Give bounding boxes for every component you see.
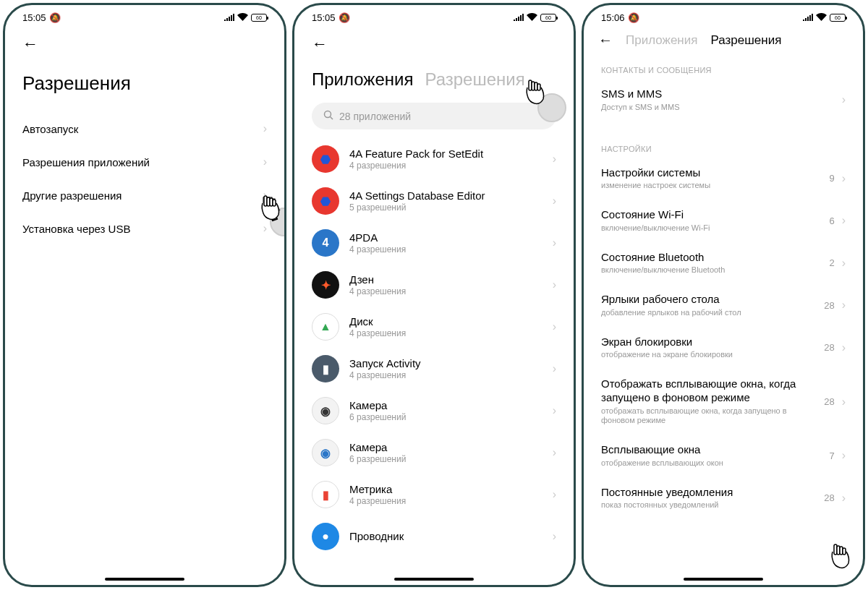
home-indicator[interactable] <box>684 578 763 581</box>
app-icon: ✦ <box>312 271 339 299</box>
app-name: Запуск Activity <box>349 357 542 369</box>
chevron-right-icon: › <box>553 236 556 249</box>
perm-row[interactable]: Экран блокировки отображение на экране б… <box>584 327 863 369</box>
chevron-right-icon: › <box>553 153 556 166</box>
app-name: Дзен <box>349 273 542 286</box>
perm-sub: включение/выключение Bluetooth <box>601 265 822 275</box>
app-sub: 4 разрешения <box>349 370 542 380</box>
app-sub: 4 разрешения <box>349 286 542 296</box>
perm-title: Ярлыки рабочего стола <box>601 293 817 307</box>
tab-permissions[interactable]: Разрешения <box>425 69 524 90</box>
tab-apps[interactable]: Приложения <box>312 69 413 90</box>
chevron-right-icon: › <box>842 214 846 227</box>
app-name: Проводник <box>349 530 542 542</box>
back-button[interactable]: ← <box>598 32 613 48</box>
content[interactable]: КОНТАКТЫ И СООБЩЕНИЯ SMS и MMS Доступ к … <box>584 56 863 585</box>
perm-title: Состояние Wi-Fi <box>601 208 822 222</box>
perm-title: Настройки системы <box>601 166 822 180</box>
dnd-icon: 🔕 <box>339 12 350 23</box>
chevron-right-icon: › <box>263 122 267 135</box>
statusbar: 15:05 🔕 60 <box>294 5 574 26</box>
chevron-right-icon: › <box>842 341 846 354</box>
battery-icon: 60 <box>251 14 267 22</box>
chevron-right-icon: › <box>553 362 556 375</box>
tabs: Приложения Разрешения <box>294 59 574 97</box>
app-row[interactable]: ⬣ 4A Settings Database Editor 5 разрешен… <box>294 180 574 222</box>
back-button[interactable]: ← <box>20 32 41 56</box>
chevron-right-icon: › <box>553 278 556 291</box>
perm-title: SMS и MMS <box>601 87 835 101</box>
tab-permissions[interactable]: Разрешения <box>710 33 781 48</box>
app-row[interactable]: ▲ Диск 4 разрешения › <box>294 306 574 348</box>
app-row[interactable]: ▮ Метрика 4 разрешения › <box>294 474 574 516</box>
app-icon: ◉ <box>312 397 339 424</box>
chevron-right-icon: › <box>553 194 556 208</box>
app-row[interactable]: ◉ Камера 6 разрешений › <box>294 390 574 432</box>
app-row[interactable]: ⬣ 4A Feature Pack for SetEdit 4 разрешен… <box>294 138 574 180</box>
content: Автозапуск › Разрешения приложений › Дру… <box>5 112 284 585</box>
wifi-icon <box>816 12 827 23</box>
row-app-permissions[interactable]: Разрешения приложений › <box>5 145 284 179</box>
row-autostart[interactable]: Автозапуск › <box>5 112 284 145</box>
signal-icon <box>514 12 524 23</box>
phone-screen-1: 15:05 🔕 60 ← Разрешения Автозапуск › Раз… <box>3 3 286 587</box>
back-button[interactable]: ← <box>309 32 331 56</box>
statusbar: 15:06 🔕 60 <box>584 5 863 26</box>
chevron-right-icon: › <box>553 446 556 459</box>
perm-count: 28 <box>824 342 834 353</box>
perm-row[interactable]: Состояние Bluetooth включение/выключение… <box>584 242 863 285</box>
perm-row[interactable]: Ярлыки рабочего стола добавление ярлыков… <box>584 284 863 327</box>
chevron-right-icon: › <box>842 449 846 462</box>
perm-count: 28 <box>824 396 834 407</box>
app-name: Камера <box>349 399 542 411</box>
app-icon: ⬣ <box>312 187 339 215</box>
chevron-right-icon: › <box>842 396 846 409</box>
perm-row[interactable]: Постоянные уведомления показ постоянных … <box>584 477 863 520</box>
perm-row[interactable]: Отображать всплывающие окна, когда запущ… <box>584 369 863 435</box>
chevron-right-icon: › <box>842 257 846 270</box>
perm-sub: Доступ к SMS и MMS <box>601 103 835 113</box>
perm-row[interactable]: Настройки системы изменение настроек сис… <box>584 158 863 200</box>
app-row[interactable]: 4 4PDA 4 разрешения › <box>294 222 574 264</box>
app-row[interactable]: ● Проводник › <box>294 516 574 557</box>
app-name: 4A Settings Database Editor <box>349 189 542 202</box>
wifi-icon <box>527 12 537 23</box>
app-icon: ▮ <box>312 481 339 508</box>
row-label: Другие разрешения <box>22 189 263 202</box>
app-icon: 4 <box>312 229 339 257</box>
app-row[interactable]: ▮ Запуск Activity 4 разрешения › <box>294 348 574 390</box>
chevron-right-icon: › <box>842 299 846 312</box>
app-icon: ⬣ <box>312 145 339 173</box>
app-row[interactable]: ◉ Камера 6 разрешений › <box>294 432 574 474</box>
perm-count: 28 <box>824 300 834 311</box>
home-indicator[interactable] <box>394 578 474 581</box>
app-sub: 6 разрешений <box>349 412 542 422</box>
status-time: 15:06 <box>601 12 625 23</box>
header: ← Приложения Разрешения <box>584 26 863 56</box>
page-title: Разрешения <box>5 59 284 112</box>
app-icon: ◉ <box>312 439 339 466</box>
wifi-icon <box>237 12 248 23</box>
chevron-right-icon: › <box>263 222 267 235</box>
row-label: Разрешения приложений <box>22 156 263 168</box>
perm-row[interactable]: Состояние Wi-Fi включение/выключение Wi-… <box>584 200 863 242</box>
battery-icon: 60 <box>830 14 846 22</box>
signal-icon <box>224 12 234 23</box>
apps-list[interactable]: ⬣ 4A Feature Pack for SetEdit 4 разрешен… <box>294 138 574 585</box>
row-label: Установка через USB <box>22 223 263 235</box>
chevron-right-icon: › <box>553 530 556 543</box>
perm-row[interactable]: Всплывающие окна отображение всплывающих… <box>584 435 863 477</box>
search-bar[interactable]: 28 приложений <box>312 103 556 129</box>
app-row[interactable]: ✦ Дзен 4 разрешения › <box>294 264 574 306</box>
perm-sms[interactable]: SMS и MMS Доступ к SMS и MMS › <box>584 79 863 121</box>
row-other-permissions[interactable]: Другие разрешения › <box>5 179 284 212</box>
row-usb-install[interactable]: Установка через USB › <box>5 212 284 245</box>
home-indicator[interactable] <box>105 578 184 581</box>
svg-line-9 <box>331 117 333 120</box>
perm-count: 6 <box>829 215 834 226</box>
tab-apps[interactable]: Приложения <box>626 33 697 48</box>
chevron-right-icon: › <box>263 155 267 168</box>
dnd-icon: 🔕 <box>628 12 639 23</box>
app-sub: 4 разрешения <box>349 161 542 171</box>
chevron-right-icon: › <box>263 189 267 202</box>
